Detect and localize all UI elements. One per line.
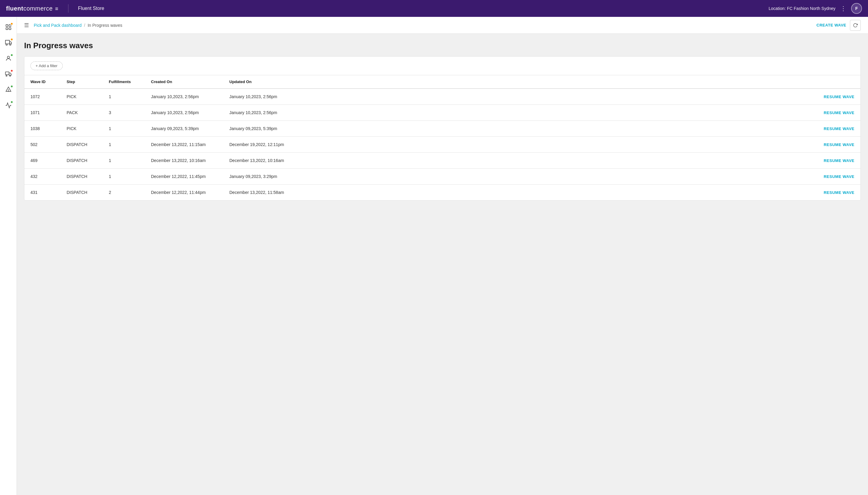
sidebar — [0, 17, 17, 495]
breadcrumb-actions: CREATE WAVE — [817, 20, 861, 31]
sidebar-item-orders[interactable] — [2, 20, 15, 34]
resume-wave-button[interactable]: RESUME WAVE — [824, 142, 854, 147]
cell-action: RESUME WAVE — [302, 169, 861, 185]
sidebar-item-alerts[interactable] — [2, 83, 15, 96]
table-header-row: Wave ID Step Fulfillments Created On Upd… — [24, 75, 861, 88]
cell-updated-on: January 09,2023, 3:29pm — [223, 169, 302, 185]
resume-wave-button[interactable]: RESUME WAVE — [824, 158, 854, 163]
cell-created-on: January 10,2023, 2:56pm — [145, 88, 223, 105]
create-wave-button[interactable]: CREATE WAVE — [817, 23, 846, 28]
cell-wave-id: 1072 — [24, 88, 61, 105]
cell-updated-on: December 19,2022, 12:11pm — [223, 137, 302, 153]
users-badge — [10, 54, 13, 57]
cell-step: DISPATCH — [61, 137, 103, 153]
cell-wave-id: 469 — [24, 153, 61, 169]
breadcrumb-current-page: In Progress waves — [88, 23, 122, 28]
hamburger-menu[interactable]: ☰ — [24, 22, 29, 29]
nav-divider — [68, 4, 68, 13]
cell-created-on: January 09,2023, 5:39pm — [145, 121, 223, 137]
cell-action: RESUME WAVE — [302, 185, 861, 201]
sidebar-item-shipping[interactable] — [2, 36, 15, 49]
cell-updated-on: December 13,2022, 11:58am — [223, 185, 302, 201]
logo-area: fluentcommerce ≡ Fluent Store — [6, 4, 104, 13]
resume-wave-button[interactable]: RESUME WAVE — [824, 174, 854, 179]
cell-updated-on: December 13,2022, 10:16am — [223, 153, 302, 169]
alerts-badge — [10, 85, 13, 88]
cell-wave-id: 432 — [24, 169, 61, 185]
breadcrumb-separator: / — [84, 23, 85, 28]
filter-row: + Add a filter — [24, 57, 861, 75]
cell-created-on: December 13,2022, 11:15am — [145, 137, 223, 153]
waves-table: Wave ID Step Fulfillments Created On Upd… — [24, 75, 861, 200]
cell-wave-id: 431 — [24, 185, 61, 201]
location-text: Location: FC Fashion North Sydney — [769, 6, 835, 11]
column-action — [302, 75, 861, 88]
cell-fulfillments: 3 — [103, 105, 145, 121]
resume-wave-button[interactable]: RESUME WAVE — [824, 95, 854, 99]
user-avatar[interactable]: F — [851, 3, 862, 14]
sidebar-item-reports[interactable] — [2, 99, 15, 112]
cell-action: RESUME WAVE — [302, 153, 861, 169]
breadcrumb: Pick and Pack dashboard / In Progress wa… — [34, 23, 817, 28]
cell-action: RESUME WAVE — [302, 88, 861, 105]
cell-fulfillments: 1 — [103, 169, 145, 185]
main-content: ☰ Pick and Pack dashboard / In Progress … — [17, 17, 868, 495]
refresh-icon — [853, 23, 858, 28]
cell-action: RESUME WAVE — [302, 137, 861, 153]
cell-step: PACK — [61, 105, 103, 121]
reports-badge — [10, 101, 13, 104]
cell-wave-id: 1038 — [24, 121, 61, 137]
cell-step: PICK — [61, 121, 103, 137]
page-title: In Progress waves — [24, 41, 861, 50]
page-body: In Progress waves + Add a filter Wave ID… — [17, 34, 868, 495]
cell-created-on: January 10,2023, 2:56pm — [145, 105, 223, 121]
cell-created-on: December 12,2022, 11:44pm — [145, 185, 223, 201]
fulfillment-badge — [10, 69, 13, 72]
store-name: Fluent Store — [78, 6, 104, 11]
content-card: + Add a filter Wave ID Step Fulfillments… — [24, 56, 861, 201]
table-row: 469 DISPATCH 1 December 13,2022, 10:16am… — [24, 153, 861, 169]
add-filter-button[interactable]: + Add a filter — [30, 62, 63, 70]
column-updated-on: Updated On — [223, 75, 302, 88]
sidebar-item-users[interactable] — [2, 52, 15, 65]
app-body: ☰ Pick and Pack dashboard / In Progress … — [0, 17, 868, 495]
svg-point-8 — [6, 75, 7, 76]
orders-badge — [10, 22, 13, 25]
cell-fulfillments: 1 — [103, 88, 145, 105]
svg-rect-2 — [6, 28, 7, 30]
resume-wave-button[interactable]: RESUME WAVE — [824, 126, 854, 131]
table-row: 1038 PICK 1 January 09,2023, 5:39pm Janu… — [24, 121, 861, 137]
resume-wave-button[interactable]: RESUME WAVE — [824, 190, 854, 195]
resume-wave-button[interactable]: RESUME WAVE — [824, 110, 854, 115]
cell-updated-on: January 09,2023, 5:39pm — [223, 121, 302, 137]
top-navigation: fluentcommerce ≡ Fluent Store Location: … — [0, 0, 868, 17]
svg-point-11 — [8, 91, 9, 91]
cell-fulfillments: 1 — [103, 153, 145, 169]
column-step: Step — [61, 75, 103, 88]
cell-wave-id: 1071 — [24, 105, 61, 121]
shipping-badge — [10, 38, 13, 41]
cell-fulfillments: 1 — [103, 137, 145, 153]
cell-step: PICK — [61, 88, 103, 105]
table-row: 431 DISPATCH 2 December 12,2022, 11:44pm… — [24, 185, 861, 201]
svg-point-5 — [9, 44, 11, 46]
svg-rect-7 — [5, 72, 9, 75]
breadcrumb-link-dashboard[interactable]: Pick and Pack dashboard — [34, 23, 82, 28]
table-row: 432 DISPATCH 1 December 12,2022, 11:45pm… — [24, 169, 861, 185]
cell-step: DISPATCH — [61, 185, 103, 201]
more-options-icon[interactable]: ⋮ — [839, 4, 848, 13]
column-fulfillments: Fulfillments — [103, 75, 145, 88]
cell-step: DISPATCH — [61, 153, 103, 169]
table-row: 1072 PICK 1 January 10,2023, 2:56pm Janu… — [24, 88, 861, 105]
svg-rect-3 — [9, 28, 11, 30]
logo: fluentcommerce ≡ — [6, 5, 59, 12]
cell-wave-id: 502 — [24, 137, 61, 153]
column-created-on: Created On — [145, 75, 223, 88]
sidebar-item-fulfillment[interactable] — [2, 67, 15, 81]
refresh-button[interactable] — [850, 20, 861, 31]
nav-right: Location: FC Fashion North Sydney ⋮ F — [769, 3, 862, 14]
cell-updated-on: January 10,2023, 2:56pm — [223, 105, 302, 121]
table-row: 502 DISPATCH 1 December 13,2022, 11:15am… — [24, 137, 861, 153]
cell-created-on: December 12,2022, 11:45pm — [145, 169, 223, 185]
table-row: 1071 PACK 3 January 10,2023, 2:56pm Janu… — [24, 105, 861, 121]
